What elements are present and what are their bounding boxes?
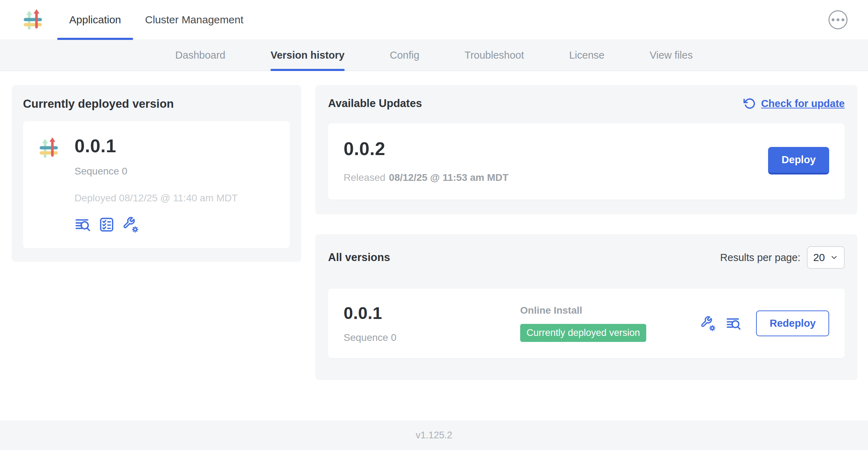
- deployed-version-card: 0.0.1 Sequence 0 Deployed 08/12/25 @ 11:…: [23, 121, 290, 248]
- ellipsis-menu-icon: [842, 18, 844, 21]
- tab-troubleshoot[interactable]: Troubleshoot: [465, 40, 524, 71]
- released-timestamp: 08/12/25 @ 11:53 am MDT: [389, 172, 509, 183]
- version-row-status: Online Install Currently deployed versio…: [520, 305, 700, 342]
- main-content: Currently deployed version 0.0.1 Sequenc…: [0, 71, 868, 420]
- tab-application-label: Application: [69, 14, 121, 26]
- release-notes-icon[interactable]: [75, 217, 91, 233]
- tab-license[interactable]: License: [569, 40, 605, 71]
- update-version-number: 0.0.2: [344, 138, 509, 159]
- all-versions-header: All versions Results per page: 20: [328, 246, 845, 269]
- top-nav: Application Cluster Management: [0, 0, 868, 40]
- available-updates-header: Available Updates Check for update: [328, 97, 845, 110]
- all-versions-panel: All versions Results per page: 20 0.0: [315, 234, 857, 380]
- chevron-down-icon: [830, 253, 838, 262]
- footer: v1.125.2: [0, 420, 868, 450]
- preflight-checks-icon[interactable]: [99, 217, 115, 233]
- tab-dashboard-label: Dashboard: [175, 49, 225, 61]
- results-per-page: Results per page: 20: [720, 246, 845, 269]
- app-logo-icon: [37, 137, 60, 160]
- tab-cluster-management-label: Cluster Management: [145, 14, 243, 26]
- released-prefix: Released: [344, 172, 385, 183]
- config-wrench-icon[interactable]: [123, 217, 139, 233]
- release-notes-icon[interactable]: [726, 316, 741, 331]
- right-column: Available Updates Check for update 0.0.2…: [315, 85, 857, 380]
- row-sequence: Sequence 0: [344, 332, 520, 343]
- tab-version-history-label: Version history: [270, 49, 345, 61]
- currently-deployed-badge: Currently deployed version: [520, 324, 646, 342]
- tab-config[interactable]: Config: [390, 40, 420, 71]
- row-version-number: 0.0.1: [344, 303, 520, 323]
- app-logo-icon: [21, 8, 44, 32]
- deployed-timestamp: Deployed 08/12/25 @ 11:40 am MDT: [75, 193, 238, 204]
- deployed-action-icons: [75, 217, 238, 233]
- deployed-sequence: Sequence 0: [75, 166, 238, 177]
- currently-deployed-title: Currently deployed version: [23, 97, 290, 111]
- check-for-update-label: Check for update: [761, 98, 845, 109]
- tab-view-files-label: View files: [650, 49, 693, 61]
- tab-application[interactable]: Application: [57, 0, 133, 40]
- version-row-info: 0.0.1 Sequence 0: [344, 303, 520, 343]
- app-sub-nav: Dashboard Version history Config Trouble…: [0, 40, 868, 71]
- tab-version-history[interactable]: Version history: [270, 40, 345, 71]
- currently-deployed-panel: Currently deployed version 0.0.1 Sequenc…: [12, 85, 301, 262]
- config-wrench-icon[interactable]: [700, 316, 716, 331]
- deploy-button[interactable]: Deploy: [768, 147, 829, 174]
- update-card: 0.0.2 Released08/12/25 @ 11:53 am MDT De…: [328, 123, 845, 200]
- page-size-value: 20: [813, 251, 825, 264]
- update-info: 0.0.2 Released08/12/25 @ 11:53 am MDT: [344, 138, 509, 183]
- refresh-icon: [743, 97, 756, 110]
- tab-license-label: License: [569, 49, 605, 61]
- ellipsis-menu-icon: [832, 18, 834, 21]
- deployed-version-info: 0.0.1 Sequence 0 Deployed 08/12/25 @ 11:…: [75, 135, 238, 233]
- ellipsis-menu-icon: [837, 18, 839, 21]
- check-for-update-link[interactable]: Check for update: [743, 97, 845, 110]
- available-updates-panel: Available Updates Check for update 0.0.2…: [315, 85, 857, 214]
- tab-troubleshoot-label: Troubleshoot: [465, 49, 524, 61]
- overflow-menu-button[interactable]: [828, 10, 848, 29]
- all-versions-title: All versions: [328, 251, 390, 264]
- deployed-version-number: 0.0.1: [75, 135, 238, 156]
- top-nav-tabs: Application Cluster Management: [57, 0, 255, 40]
- update-released-line: Released08/12/25 @ 11:53 am MDT: [344, 172, 509, 183]
- available-updates-title: Available Updates: [328, 97, 422, 110]
- tab-dashboard[interactable]: Dashboard: [175, 40, 225, 71]
- tab-view-files[interactable]: View files: [650, 40, 693, 71]
- install-type-label: Online Install: [520, 305, 700, 316]
- version-row: 0.0.1 Sequence 0 Online Install Currentl…: [328, 289, 845, 358]
- tab-cluster-management[interactable]: Cluster Management: [133, 0, 255, 40]
- console-version: v1.125.2: [416, 430, 452, 441]
- app-screen: Application Cluster Management Dashboard…: [0, 0, 868, 450]
- redeploy-button[interactable]: Redeploy: [756, 310, 829, 336]
- version-row-actions: Redeploy: [700, 310, 829, 336]
- results-per-page-label: Results per page:: [720, 252, 800, 264]
- tab-config-label: Config: [390, 49, 420, 61]
- results-per-page-select[interactable]: 20: [807, 246, 845, 269]
